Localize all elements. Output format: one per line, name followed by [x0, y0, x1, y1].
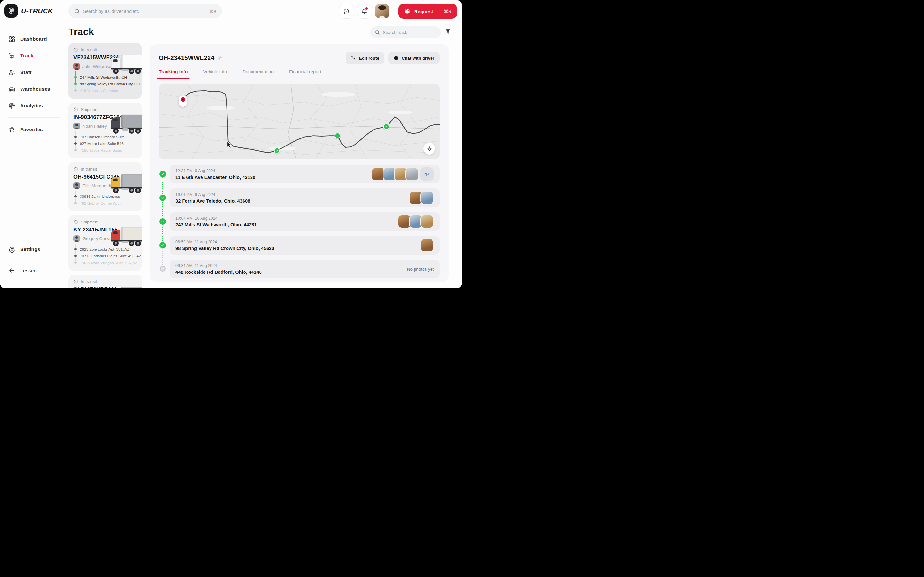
timeline-entry[interactable]: 19:01 PM, 9 Aug 2024 32 Ferris Ave Toled…: [170, 189, 439, 207]
track-search-input[interactable]: [383, 30, 436, 35]
sidebar-item-favorites[interactable]: Favorites: [0, 121, 68, 138]
sidebar-item-label: Favorites: [20, 127, 43, 132]
shipment-status: In transit: [73, 279, 137, 284]
timeline-entry[interactable]: 10:07 PM, 10 Aug 2024 247 Mills St Wadsw…: [170, 212, 439, 231]
sidebar-item-warehouses[interactable]: Warehouses: [0, 81, 68, 97]
checkpoint-photo[interactable]: [420, 191, 434, 205]
sidebar-item-staff[interactable]: Staff: [0, 64, 68, 81]
edit-route-button[interactable]: Edit route: [346, 52, 384, 64]
checkpoint-photo[interactable]: [405, 167, 419, 181]
arrow-left-icon: [8, 267, 15, 274]
detail-actions: Edit route Chat with driver: [346, 52, 439, 64]
search-icon: [74, 8, 80, 14]
filter-button[interactable]: [445, 29, 452, 36]
shipment-card[interactable]: In transit OH-96415GFC145 Ellis Marquard…: [68, 162, 142, 211]
chat-with-driver-button[interactable]: Chat with driver: [388, 52, 439, 64]
truck-image: [107, 227, 142, 248]
track-icon: [8, 52, 15, 59]
stop-dot: [74, 135, 77, 138]
truck-illustration: [107, 55, 142, 76]
stop-dot: [74, 248, 77, 250]
stop-connector: [75, 243, 76, 248]
chat-driver-icon: [393, 55, 399, 61]
stop-dot: [74, 255, 77, 257]
checkpoint-photo[interactable]: [420, 215, 434, 228]
stop-dot: [74, 261, 77, 264]
sidebar-item-settings[interactable]: Settings: [0, 241, 68, 258]
timeline-check-icon: [160, 218, 166, 225]
map-roads: [159, 84, 439, 159]
top-bar: U-TRUCK ⌘S Request ⌘R: [0, 0, 462, 23]
route-path: [183, 91, 439, 153]
truck-image: [107, 114, 142, 135]
truck-image: [107, 174, 142, 195]
shipment-card[interactable]: Shipment IN-9034677ZFG154 Noah Flatley 7…: [68, 103, 142, 158]
route-map[interactable]: [159, 84, 439, 159]
user-avatar[interactable]: [375, 4, 389, 18]
sidebar-item-track[interactable]: Track: [0, 47, 68, 64]
truck-illustration: [107, 286, 142, 288]
checkpoint-marker: [334, 133, 341, 139]
driver-avatar: [73, 182, 80, 189]
analytics-icon: [8, 102, 15, 109]
sidebar-item-analytics[interactable]: Analytics: [0, 97, 68, 114]
map-pin: [179, 95, 187, 107]
stops-list: 707 Hansen Orchard Suite027 Morar Lake S…: [73, 133, 137, 153]
timeline-check-icon: [160, 171, 166, 177]
stop-dot: [74, 195, 77, 197]
sidebar-item-label: Analytics: [20, 103, 43, 109]
timeline-address: 442 Rockside Rd Bedford, Ohio, 44146: [176, 269, 262, 275]
shipment-card[interactable]: Shipment KY-23415JNF155 Gregory Corwin 2…: [68, 215, 142, 271]
sidebar-item-dashboard[interactable]: Dashboard: [0, 31, 68, 47]
cursor-pointer: [226, 141, 233, 149]
stop-dot: [74, 89, 77, 92]
request-button[interactable]: Request ⌘R: [399, 4, 457, 19]
shipment-status: Shipment: [73, 219, 137, 224]
shipment-list: In transit VF23415WWE224 Jake Williamson…: [68, 43, 142, 288]
track-search[interactable]: [370, 26, 441, 39]
page-title: Track: [68, 26, 94, 37]
truck-illustration: [107, 227, 142, 248]
checkpoint-photo[interactable]: [420, 239, 434, 252]
locate-button[interactable]: [423, 143, 435, 155]
notifications-button[interactable]: [357, 4, 372, 19]
messages-button[interactable]: [339, 4, 354, 19]
notification-dot: [365, 7, 368, 10]
tab-tracking-info[interactable]: Tracking info: [159, 69, 188, 79]
brand-name: U-TRUCK: [21, 7, 53, 15]
shipment-card[interactable]: In transit IN-51678URE401 Jake Williamso…: [68, 275, 142, 288]
gear-icon: [8, 246, 15, 253]
tab-financial-report[interactable]: Financial report: [289, 69, 321, 79]
sidebar-item-label: Staff: [20, 69, 31, 75]
tab-documentation[interactable]: Documentation: [242, 69, 274, 79]
brand-logo: U-TRUCK: [5, 4, 53, 18]
timeline-time: 10:07 PM, 10 Aug 2024: [176, 216, 257, 221]
timeline-entry[interactable]: 06:59 AM, 11 Aug 2024 98 Spring Valley R…: [170, 236, 439, 255]
stop-row: 98 Spring Valley Rd Crown City, OH: [73, 81, 137, 87]
stop-connector: [75, 71, 76, 76]
tab-vehicle-info[interactable]: Vehicle info: [203, 69, 227, 79]
status-ring-icon: [73, 219, 78, 224]
photo-strip: [420, 239, 434, 252]
driver-avatar: [73, 123, 80, 129]
sidebar-collapse[interactable]: Lessen: [0, 262, 68, 279]
global-search-input[interactable]: [83, 9, 206, 14]
top-right-cluster: Request ⌘R: [339, 4, 457, 19]
timeline-entry[interactable]: 12:34 PM, 9 Aug 2024 11 E 6th Ave Lancas…: [170, 165, 439, 183]
logo-icon: [5, 4, 18, 18]
copy-icon[interactable]: [218, 55, 223, 61]
more-photos-badge[interactable]: 4+: [420, 167, 434, 181]
stop-dot: [74, 149, 77, 151]
stop-dot: [74, 76, 77, 78]
warehouse-icon: [8, 85, 15, 93]
status-label: Shipment: [81, 107, 99, 112]
timeline-entry-text: 10:07 PM, 10 Aug 2024 247 Mills St Wadsw…: [176, 216, 257, 227]
stops-list: 2623 Zoie Locks Apt. 381, AZ70773 Ladari…: [73, 246, 137, 266]
stop-connector: [75, 191, 76, 195]
timeline-entry-text: 09:34 AM, 11 Aug 2024 442 Rockside Rd Be…: [176, 263, 262, 275]
search-shortcut: ⌘S: [209, 9, 216, 14]
timeline-entry[interactable]: 09:34 AM, 11 Aug 2024 442 Rockside Rd Be…: [170, 259, 439, 278]
global-search[interactable]: ⌘S: [68, 4, 222, 18]
shipment-card[interactable]: In transit VF23415WWE224 Jake Williamson…: [68, 43, 142, 99]
app-window: U-TRUCK ⌘S Request ⌘R DashboardTr: [0, 0, 462, 288]
